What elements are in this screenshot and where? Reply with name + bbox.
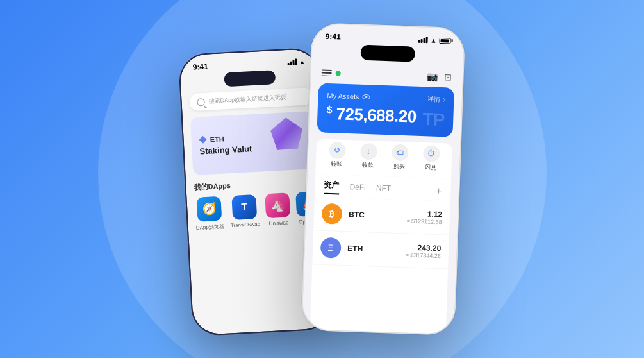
eth-banner[interactable]: ETH Staking Valut xyxy=(190,111,315,175)
phones-container: 9:41 ▲ 搜索DApp或输入链接进入玩耍 xyxy=(185,25,460,333)
dapp-icon-uniswap: 🦄 xyxy=(265,192,290,218)
asset-row-btc[interactable]: ₿ BTC 1.12 ≈ $129112.58 xyxy=(313,196,450,235)
hamburger-menu-icon[interactable] xyxy=(321,69,331,76)
battery-icon-right xyxy=(439,37,450,44)
buy-icon: 🏷 xyxy=(391,144,408,161)
green-status-dot xyxy=(335,71,340,76)
eth-logo-icon xyxy=(199,135,207,144)
assets-label: My Assets xyxy=(327,92,370,101)
search-icon-left xyxy=(197,98,205,106)
wifi-icon-left: ▲ xyxy=(299,58,305,65)
asset-value-eth: 243.20 ≈ $317844.28 xyxy=(405,243,441,259)
transfer-icon: ↺ xyxy=(328,142,345,159)
tabs-add-button[interactable]: + xyxy=(435,185,442,196)
time-left: 9:41 xyxy=(192,62,208,72)
btc-icon: ₿ xyxy=(321,203,342,225)
phone-right: 9:41 ▲ xyxy=(301,22,465,336)
dapp-label-browser: DApp浏览器 xyxy=(195,223,224,232)
action-receive[interactable]: ↓ 收款 xyxy=(359,143,377,170)
action-label-swap: 闪兑 xyxy=(424,163,436,172)
asset-row-eth[interactable]: Ξ ETH 243.20 ≈ $317844.28 xyxy=(312,230,449,269)
header-icons-right: 📷 ⊡ xyxy=(427,71,452,82)
search-bar-left[interactable]: 搜索DApp或输入链接进入玩耍 xyxy=(188,87,312,111)
eth-icon-circle: Ξ xyxy=(320,237,341,259)
dapp-item-transit[interactable]: T Transit Swap xyxy=(229,194,260,230)
wifi-icon-right: ▲ xyxy=(430,37,436,44)
tab-assets[interactable]: 资产 xyxy=(324,180,340,195)
camera-icon[interactable]: 📷 xyxy=(427,71,438,82)
action-label-receive: 收款 xyxy=(362,161,374,170)
tab-defi[interactable]: DeFi xyxy=(349,182,366,194)
action-label-transfer: 转账 xyxy=(331,160,342,169)
signal-icon-left xyxy=(287,58,297,65)
asset-name-btc: BTC xyxy=(348,210,406,221)
receive-icon: ↓ xyxy=(359,143,377,160)
action-buy[interactable]: 🏷 购买 xyxy=(390,144,408,171)
scan-icon[interactable]: ⊡ xyxy=(444,72,452,82)
action-transfer[interactable]: ↺ 转账 xyxy=(328,142,345,169)
search-placeholder-left: 搜索DApp或输入链接进入玩耍 xyxy=(208,93,286,105)
dapp-icon-transit: T xyxy=(231,194,257,220)
assets-header: My Assets 详情 xyxy=(327,91,445,104)
status-bar-right: 9:41 ▲ xyxy=(312,24,464,48)
time-right: 9:41 xyxy=(325,32,341,42)
dapp-item-browser[interactable]: 🧭 DApp浏览器 xyxy=(194,196,224,232)
signal-icon-right xyxy=(418,37,427,44)
dapps-title: 我的DApps xyxy=(194,176,317,192)
action-label-buy: 购买 xyxy=(393,162,404,171)
swap-icon: ⏱ xyxy=(422,145,440,162)
dapp-item-uniswap[interactable]: 🦄 Uniswap xyxy=(265,192,291,228)
dapp-label-transit: Transit Swap xyxy=(230,221,260,228)
right-screen: 9:41 ▲ xyxy=(302,24,463,334)
asset-usd-btc: ≈ $129112.58 xyxy=(406,217,442,225)
eth-crystal xyxy=(270,117,310,157)
chevron-right-icon xyxy=(441,98,445,102)
dapp-icon-browser: 🧭 xyxy=(196,196,222,222)
status-icons-left: ▲ xyxy=(287,58,305,65)
tab-nft[interactable]: NFT xyxy=(376,183,391,195)
asset-usd-eth: ≈ $317844.28 xyxy=(405,251,440,259)
action-swap[interactable]: ⏱ 闪兑 xyxy=(422,145,439,172)
dynamic-island-left xyxy=(224,70,276,87)
asset-name-eth: ETH xyxy=(347,244,405,255)
asset-value-btc: 1.12 ≈ $129112.58 xyxy=(406,209,442,225)
header-left xyxy=(321,69,340,77)
status-icons-right: ▲ xyxy=(418,36,450,44)
asset-list: ₿ BTC 1.12 ≈ $129112.58 Ξ ETH 243.20 ≈ $… xyxy=(310,196,450,334)
assets-detail[interactable]: 详情 xyxy=(427,94,445,104)
dynamic-island-right xyxy=(359,45,415,62)
tp-watermark: TP xyxy=(422,109,444,130)
dapps-grid: 🧭 DApp浏览器 T Transit Swap 🦄 Uniswap ⛵ Ope… xyxy=(194,191,319,232)
assets-card: My Assets 详情 $ 725,688.20 TP xyxy=(317,83,454,137)
action-row: ↺ 转账 ↓ 收款 🏷 购买 ⏱ 闪兑 xyxy=(315,139,452,178)
eye-icon[interactable] xyxy=(362,94,370,99)
dapp-label-uniswap: Uniswap xyxy=(268,219,288,226)
